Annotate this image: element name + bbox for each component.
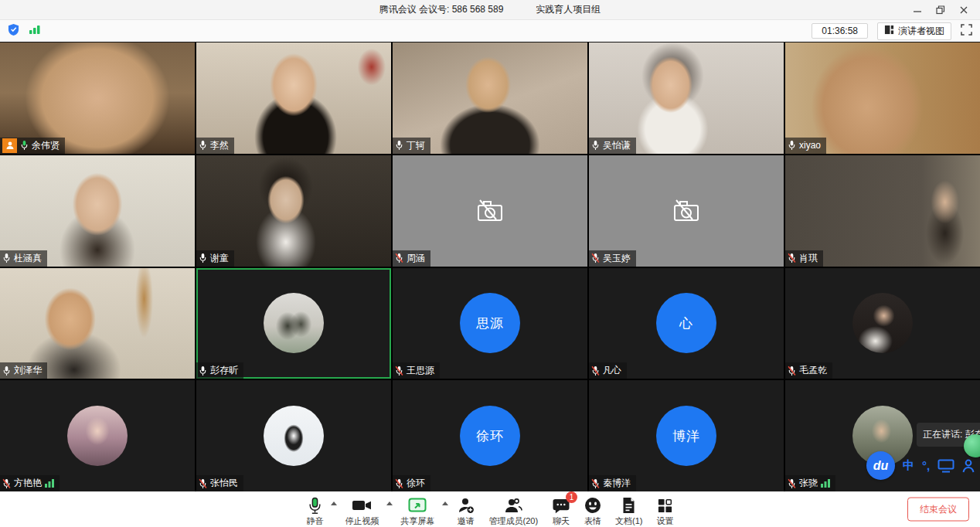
avatar bbox=[264, 406, 324, 466]
participant-label: 王思源 bbox=[393, 362, 440, 379]
participant-tile[interactable]: 思源王思源 bbox=[393, 268, 587, 379]
mute-label: 静音 bbox=[306, 516, 323, 525]
window-controls bbox=[906, 0, 975, 19]
mic-muted-icon bbox=[788, 478, 796, 489]
chat-icon: 1 bbox=[552, 496, 570, 515]
participant-tile[interactable]: 毛孟乾 bbox=[785, 268, 980, 379]
close-icon[interactable] bbox=[952, 0, 975, 19]
chat-button[interactable]: 1聊天 bbox=[545, 493, 577, 525]
participant-label: 谢童 bbox=[196, 250, 234, 267]
meeting-timer: 01:36:58 bbox=[812, 23, 868, 39]
participant-tile[interactable]: 余伟贤 bbox=[0, 42, 195, 154]
mic-muted-icon bbox=[591, 478, 600, 489]
speaker-view-toggle[interactable]: 演讲者视图 bbox=[877, 22, 951, 40]
docs-button[interactable]: 文档(1) bbox=[608, 493, 649, 525]
participant-tile[interactable]: 李然 bbox=[196, 42, 391, 154]
participant-tile[interactable]: 心凡心 bbox=[589, 268, 784, 379]
participant-name: 张怡民 bbox=[210, 477, 238, 490]
participant-tile[interactable]: 丁轲 bbox=[393, 42, 587, 154]
participant-tile[interactable]: 吴怡谦 bbox=[589, 42, 784, 154]
ime-virtual-keyboard-icon[interactable] bbox=[937, 459, 954, 473]
members-label: 管理成员(20) bbox=[488, 516, 538, 525]
emoji-button[interactable]: 表情 bbox=[577, 493, 608, 525]
settings-button[interactable]: 设置 bbox=[650, 493, 681, 525]
participant-tile[interactable]: 张怡民 bbox=[196, 380, 391, 491]
meeting-security-shield-icon[interactable] bbox=[8, 23, 19, 39]
bottom-toolbar: 静音停止视频共享屏幕邀请管理成员(20)1聊天表情文档(1)设置结束会议 bbox=[0, 491, 980, 527]
participant-tile[interactable]: 周涵 bbox=[393, 155, 587, 267]
mic-on-icon bbox=[199, 366, 207, 376]
mic-muted-icon bbox=[395, 253, 403, 264]
participant-tile[interactable]: 吴玉婷 bbox=[589, 155, 784, 267]
share-button[interactable]: 共享屏幕 bbox=[393, 493, 441, 525]
participant-label: 凡心 bbox=[589, 362, 627, 379]
participant-tile[interactable]: xiyao bbox=[785, 42, 980, 154]
participant-tile[interactable]: 方艳艳 bbox=[0, 380, 195, 491]
video-label: 停止视频 bbox=[345, 516, 379, 525]
mic-muted-icon bbox=[395, 366, 403, 376]
ime-account-icon[interactable] bbox=[962, 459, 975, 473]
mute-options-caret-icon[interactable] bbox=[331, 502, 337, 505]
members-button[interactable]: 管理成员(20) bbox=[481, 493, 545, 525]
fullscreen-icon[interactable] bbox=[961, 24, 972, 39]
participant-tile[interactable]: 彭存昕 bbox=[196, 268, 391, 379]
invite-icon bbox=[456, 496, 475, 515]
participant-label: 毛孟乾 bbox=[785, 362, 832, 379]
share-label: 共享屏幕 bbox=[400, 516, 434, 525]
mic-on-icon bbox=[2, 366, 11, 376]
speaker-view-label: 演讲者视图 bbox=[898, 25, 944, 38]
network-quality-icon[interactable] bbox=[29, 24, 41, 38]
mic-active-icon bbox=[20, 140, 29, 151]
baidu-ime-logo-icon[interactable]: du bbox=[866, 451, 895, 480]
chat-label: 聊天 bbox=[553, 516, 570, 525]
invite-button[interactable]: 邀请 bbox=[449, 493, 481, 525]
participant-name: 余伟贤 bbox=[32, 139, 60, 152]
minimize-icon[interactable] bbox=[906, 0, 929, 19]
participant-tile[interactable]: 肖琪 bbox=[785, 155, 980, 267]
participant-grid: 余伟贤李然丁轲吴怡谦xiyao杜涵真谢童周涵吴玉婷肖琪刘泽华彭存昕思源王思源心凡… bbox=[0, 42, 980, 491]
members-icon bbox=[503, 496, 523, 515]
participant-label: 张怡民 bbox=[196, 475, 243, 491]
avatar bbox=[264, 293, 324, 353]
participant-label: 余伟贤 bbox=[0, 138, 65, 154]
avatar bbox=[67, 406, 128, 466]
mute-button[interactable]: 静音 bbox=[299, 493, 330, 525]
end-meeting-button[interactable]: 结束会议 bbox=[907, 498, 969, 522]
host-badge-icon bbox=[2, 138, 17, 153]
participant-label: 彭存昕 bbox=[196, 362, 243, 379]
participant-label: 周涵 bbox=[393, 250, 430, 267]
avatar bbox=[852, 293, 913, 353]
participant-name: 王思源 bbox=[407, 364, 434, 377]
video-options-caret-icon[interactable] bbox=[386, 502, 393, 505]
share-options-caret-icon[interactable] bbox=[442, 502, 448, 505]
participant-tile[interactable]: 徐环徐环 bbox=[393, 380, 587, 491]
participant-label: xiyao bbox=[785, 138, 826, 154]
restore-icon[interactable] bbox=[929, 0, 952, 19]
avatar: 心 bbox=[656, 293, 716, 353]
mic-muted-icon bbox=[788, 366, 796, 376]
participant-name: 吴玉婷 bbox=[603, 252, 631, 265]
mic-on-icon bbox=[591, 140, 600, 151]
ime-punctuation-toggle[interactable]: °, bbox=[922, 459, 930, 472]
camera-icon bbox=[352, 496, 372, 515]
participant-name: 凡心 bbox=[603, 364, 621, 377]
mic-on-icon bbox=[199, 253, 207, 264]
participant-tile[interactable]: 杜涵真 bbox=[0, 155, 195, 267]
mic-on-icon bbox=[395, 140, 403, 151]
participant-label: 方艳艳 bbox=[0, 475, 60, 491]
avatar-initials: 徐环 bbox=[476, 427, 504, 445]
video-button[interactable]: 停止视频 bbox=[338, 493, 386, 525]
mic-on-icon bbox=[199, 140, 207, 151]
participant-tile[interactable]: 谢童 bbox=[196, 155, 391, 267]
microphone-icon bbox=[307, 496, 323, 515]
participant-tile[interactable]: 博洋秦博洋 bbox=[589, 380, 784, 491]
window-title: 腾讯会议 会议号: 586 568 589 bbox=[379, 3, 504, 16]
participant-tile[interactable]: 刘泽华 bbox=[0, 268, 195, 379]
mic-muted-icon bbox=[591, 366, 600, 376]
mic-muted-icon bbox=[2, 478, 11, 489]
camera-off-icon bbox=[669, 197, 704, 225]
ime-chinese-mode[interactable]: 中 bbox=[903, 458, 914, 473]
participant-label: 李然 bbox=[196, 138, 234, 154]
participant-label: 吴玉婷 bbox=[589, 250, 636, 267]
avatar: 思源 bbox=[460, 293, 520, 353]
